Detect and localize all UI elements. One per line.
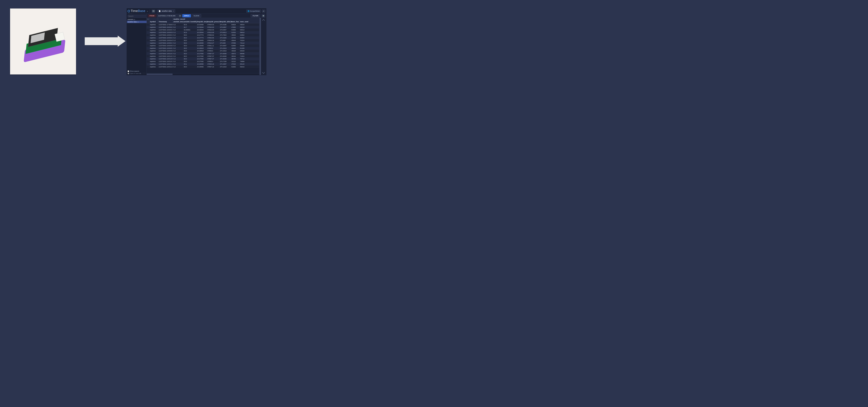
datetime-input[interactable]: 11/27/2021 17:59:06.005	[157, 14, 178, 18]
sidebar-item-weather-data[interactable]: weather-data(0)	[127, 21, 147, 23]
cell: 92.9	[183, 32, 196, 33]
cell: 79856	[239, 61, 248, 62]
cell: 5.2	[173, 58, 183, 60]
table-row[interactable]: esp84cc11/27/2021 18:01:11.0055.293.110.…	[147, 63, 259, 65]
cell: 93.0	[183, 58, 196, 60]
chevron-down-icon[interactable]	[262, 72, 265, 74]
columns-icon[interactable]	[261, 14, 265, 18]
cell: 11/27/2021 18:01:03.005	[158, 55, 173, 57]
cell: 274.7159	[219, 61, 230, 62]
filter-button[interactable]: FILTER	[251, 14, 260, 18]
cell: esp84cc	[149, 55, 158, 57]
cell: 92.80001	[183, 29, 196, 31]
cell: 97904.03	[207, 24, 219, 26]
vertical-scrollbar[interactable]	[259, 18, 261, 75]
table-row[interactable]: esp84cc11/27/2021 18:00:57.0055.293.010.…	[147, 47, 259, 50]
apply-button[interactable]: APPLY	[182, 14, 191, 18]
cell: 49840	[230, 48, 239, 49]
cell: 5.2	[173, 39, 183, 41]
table-row[interactable]: esp84cc11/27/2021 18:00:37.0055.292.8000…	[147, 28, 259, 31]
table-row[interactable]: esp84cc11/27/2021 18:00:39.0055.292.910.…	[147, 31, 259, 34]
column-header[interactable]: Symbol	[149, 20, 158, 23]
table-row[interactable]: esp84cc11/27/2021 18:00:45.0055.293.010.…	[147, 39, 259, 42]
svg-rect-5	[262, 15, 263, 17]
cell: 11/27/2021 18:00:57.005	[158, 48, 173, 49]
chevron-up-icon[interactable]	[262, 19, 265, 21]
cell: 5.2	[173, 50, 183, 52]
cell: 5.2	[173, 66, 183, 68]
cell: 5.2	[173, 32, 183, 33]
table-row[interactable]: esp84cc11/27/2021 18:01:03.0055.293.010.…	[147, 55, 259, 58]
cell: 93.0	[183, 50, 196, 52]
table-row[interactable]: esp84cc11/27/2021 18:00:59.0055.293.010.…	[147, 50, 259, 52]
show-spaces-checkbox[interactable]: Show spaces	[128, 70, 146, 72]
cell: 93.0	[183, 39, 196, 41]
cell: 274.9638	[219, 58, 230, 60]
cell: 11/27/2021 18:00:59.005	[158, 50, 173, 52]
cell: 93.0	[183, 48, 196, 49]
cell: 274.1619	[219, 66, 230, 68]
flow-arrow-icon	[85, 37, 118, 45]
column-header[interactable]: Timestamp	[158, 20, 173, 23]
timezone-button[interactable]: 🌐 Europe/Minsk	[246, 9, 261, 13]
open-new-tab-checkbox[interactable]: Open in new tab	[128, 72, 141, 74]
cell: 11/27/2021 18:00:39.005	[158, 32, 173, 33]
table-row[interactable]: esp84cc11/27/2021 18:01:15.0055.293.010.…	[147, 65, 259, 68]
cell: 58288	[239, 45, 248, 46]
cell: 11/27/2021 18:00:21.005	[158, 26, 173, 28]
hardware-photo	[10, 8, 76, 74]
column-header[interactable]: am2320_humidity	[183, 20, 196, 23]
column-header[interactable]: bmp180_pressure	[207, 20, 219, 23]
table-row[interactable]: esp84cc11/27/2021 18:00:43.0055.293.010.…	[147, 36, 259, 39]
cell: 93.0	[183, 37, 196, 39]
table-row[interactable]: esp84cc11/27/2021 18:00:41.0055.293.010.…	[147, 34, 259, 36]
cell: esp84cc	[149, 42, 158, 44]
cell: 5.2	[173, 26, 183, 28]
cell: 5.2	[173, 37, 183, 39]
cell: 10.27092	[196, 53, 207, 55]
column-header[interactable]: bmp180_altitude	[219, 20, 230, 23]
cell: 274.7804	[219, 34, 230, 36]
main-panel: ······ FROM 11/27/2021 17:59:06.005 APPL…	[147, 14, 266, 75]
cell: 97901.11	[207, 45, 219, 46]
query-toolbar: FROM 11/27/2021 17:59:06.005 APPLY CLEAN…	[147, 14, 266, 18]
cell: 92.7	[183, 26, 196, 28]
row-menu-icon[interactable]: ≡	[147, 18, 149, 20]
cell: 84144	[239, 63, 248, 65]
cell: 11/27/2021 18:01:15.005	[158, 66, 173, 68]
table-row[interactable]: esp84cc11/27/2021 18:00:55.0055.293.010.…	[147, 44, 259, 47]
cell: 10.27774	[196, 34, 207, 36]
table-row[interactable]: esp84cc11/27/2021 18:00:47.0055.293.010.…	[147, 42, 259, 44]
cell: 74112	[239, 42, 248, 44]
cell: 97907.19	[207, 66, 219, 68]
cell: esp84cc	[149, 53, 158, 55]
column-header[interactable]: mem_free	[230, 20, 239, 23]
dashboard-icon[interactable]	[152, 9, 155, 13]
column-header[interactable]: mem_used	[239, 20, 248, 23]
cell: esp84cc	[149, 29, 158, 31]
cell: 274.2919	[219, 48, 230, 49]
cell: 273.6813	[219, 32, 230, 33]
table-row[interactable]: esp84cc11/27/2021 18:01:05.0055.293.010.…	[147, 58, 259, 60]
column-header[interactable]: am2320_temp	[173, 20, 183, 23]
horizontal-scrollbar[interactable]	[147, 73, 259, 75]
cell: esp84cc	[149, 61, 158, 62]
cell: 70224	[239, 39, 248, 41]
tab-weather-data[interactable]: weather-data ×	[157, 9, 175, 13]
from-label: FROM	[148, 14, 156, 18]
sidebar-item-events[interactable]: events#(0)	[127, 18, 147, 21]
close-icon[interactable]: ×	[173, 10, 174, 12]
column-header[interactable]: bmp180_temp	[196, 20, 207, 23]
more-icon[interactable]: ⋮⋮	[142, 72, 146, 74]
export-icon[interactable]	[262, 9, 266, 13]
cell: 10.29818	[196, 50, 207, 52]
clean-button[interactable]: CLEAN	[192, 14, 201, 18]
table-row[interactable]: esp84cc11/27/2021 17:59:06.0055.292.510.…	[147, 23, 259, 26]
table-row[interactable]: esp84cc11/27/2021 18:00:21.0055.292.710.…	[147, 26, 259, 28]
table-row[interactable]: esp84cc11/27/2021 18:01:01.0055.293.010.…	[147, 52, 259, 55]
brand-add-button[interactable]: +	[146, 10, 148, 12]
calendar-icon[interactable]	[179, 14, 182, 18]
cell: 11/27/2021 18:00:41.005	[158, 34, 173, 36]
table-row[interactable]: esp84cc11/27/2021 18:01:07.0055.293.010.…	[147, 60, 259, 63]
search-input[interactable]	[128, 15, 149, 18]
